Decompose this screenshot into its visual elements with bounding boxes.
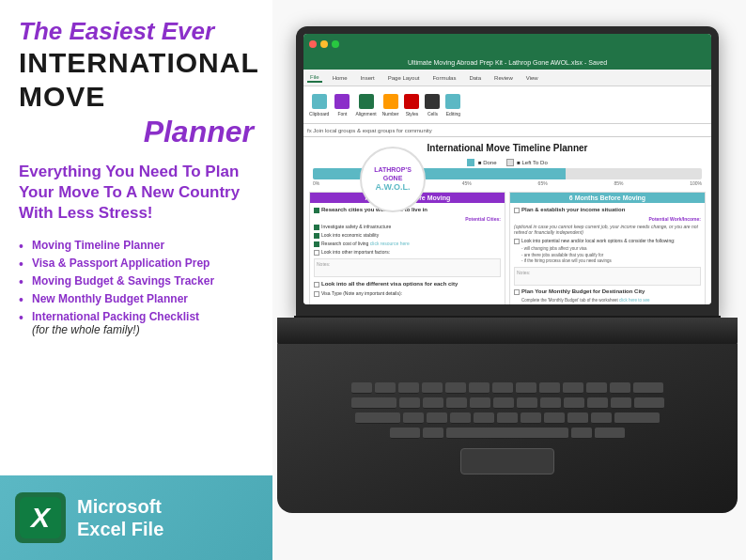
scale-45: 45%: [462, 180, 472, 186]
chk-3: [314, 233, 319, 239]
ribbon-tab-help[interactable]: View: [523, 74, 541, 82]
headline-easiest: The Easiest Ever: [19, 17, 214, 45]
excel-icon: X: [15, 492, 66, 543]
potential-cities-label: Potential Cities:: [314, 216, 501, 222]
scale-100: 100%: [690, 180, 702, 186]
scale-85: 85%: [614, 180, 623, 186]
key-b: [497, 412, 518, 424]
key-h: [517, 397, 537, 409]
minimize-btn: [320, 40, 328, 48]
col1-task-3: Look into economic stability: [321, 232, 379, 239]
key-tab: [351, 397, 396, 409]
ribbon-tab-formulas[interactable]: Page Layout: [385, 74, 423, 82]
key-g: [493, 397, 514, 409]
laptop-screen-bezel: Ultimate Moving Abroad Prep Kit - Lathro…: [296, 26, 719, 318]
sub-item-1: - will changing jobs affect your visa: [514, 246, 701, 252]
laptop-screen: Ultimate Moving Abroad Prep Kit - Lathro…: [303, 34, 711, 304]
ribbon-btn-1[interactable]: Clipboard: [309, 94, 329, 117]
key-n: [521, 412, 541, 424]
excel-title-bar: Ultimate Moving Abroad Prep Kit - Lathro…: [303, 54, 711, 70]
feature-1: Moving Timeline Planner: [19, 239, 254, 252]
key-j: [540, 397, 561, 409]
potential-work-label: Potential Work/Income:: [514, 216, 701, 222]
key-ctrl: [390, 428, 420, 439]
ribbon-tab-insert[interactable]: Home: [330, 74, 350, 82]
close-btn: [309, 40, 317, 48]
excel-ribbon-buttons: Clipboard Font Alignment Number: [303, 86, 711, 124]
ribbon-tab-home[interactable]: File: [307, 73, 322, 83]
key-row-3: [355, 412, 660, 424]
key-row-space: [390, 428, 625, 439]
ribbon-btn-2[interactable]: Font: [334, 94, 350, 117]
chk-4: [314, 241, 319, 247]
col2-item-1: Plan & establish your income situation: [514, 207, 701, 214]
keyboard-area: [277, 344, 738, 513]
ribbon-btn-7[interactable]: Editing: [445, 94, 460, 117]
excel-ribbon-tabs: File Home Insert Page Layout Formulas Da…: [303, 70, 711, 86]
key-alt: [423, 428, 443, 439]
col1-notes: Notes:: [314, 258, 501, 277]
keyboard: [277, 344, 738, 513]
key-r: [422, 382, 443, 394]
key-s: [423, 397, 443, 409]
tagline: Everything You Need To Plan Your Move To…: [19, 162, 254, 224]
col2-chk-3: [514, 289, 520, 295]
excel-file-label: Microsoft Excel File: [77, 495, 163, 540]
ribbon-tab-review[interactable]: Data: [466, 74, 484, 82]
ribbon-btn-5[interactable]: Styles: [404, 94, 419, 117]
col2-chk-1: [514, 208, 520, 213]
feature-4-label: New Monthly Budget Planner: [32, 292, 188, 305]
features-list: Moving Timeline Planner Visa & Passport …: [19, 239, 254, 341]
ribbon-btn-6[interactable]: Cells: [425, 94, 440, 117]
key-x: [427, 412, 447, 424]
key-d: [446, 397, 467, 409]
key-k: [564, 397, 584, 409]
col1-task-5: Look into other important factors:: [321, 249, 390, 256]
key-e: [398, 382, 419, 394]
key-ctrl-r: [595, 428, 625, 439]
key-shift-r: [614, 412, 660, 424]
key-p: [563, 382, 583, 394]
col2: 6 Months Before Moving Plan & establish …: [509, 192, 706, 304]
ribbon-tab-view[interactable]: Review: [491, 74, 516, 82]
chk-6: [314, 282, 319, 288]
feature-5-sub: (for the whole family!): [32, 323, 140, 336]
col2-chk-2: [514, 239, 520, 244]
key-semi: [611, 397, 631, 409]
legend-todo: ■ Left To Do: [506, 159, 548, 166]
key-alt-r: [571, 428, 592, 439]
ribbon-tab-layout[interactable]: Insert: [358, 74, 378, 82]
ribbon-btn-4[interactable]: Number: [382, 94, 399, 117]
timeline-columns: 7-12 Months Before Moving Research citie…: [303, 188, 711, 304]
ribbon-tab-data[interactable]: Formulas: [429, 74, 458, 82]
excel-content-area: LATHROP'SGONE A.W.O.L. International Mov…: [303, 137, 711, 304]
key-backspace: [633, 382, 663, 394]
col2-task-2: Look into potential new and/or local wor…: [521, 238, 675, 244]
col2-item-2: Look into potential new and/or local wor…: [514, 238, 701, 244]
excel-formula-bar[interactable]: fx Join local groups & expat groups for …: [303, 124, 711, 137]
key-a: [399, 397, 420, 409]
left-panel: The Easiest Ever INTERNATIONAL MOVE Plan…: [0, 0, 272, 560]
touchpad[interactable]: [460, 448, 554, 474]
key-comma: [567, 412, 588, 424]
col2-notes: Notes:: [514, 267, 701, 286]
excel-x-letter: X: [31, 502, 50, 534]
sub-item-2: - are there jobs available that you qual…: [514, 253, 701, 258]
key-m: [544, 412, 565, 424]
progress-bar-fill: [313, 168, 566, 179]
chk-1: [314, 208, 319, 213]
col2-note: (optional in case you cannot keep curren…: [514, 224, 701, 236]
feature-5: International Packing Checklist (for the…: [19, 310, 254, 336]
ribbon-btn-3[interactable]: Alignment: [355, 94, 376, 117]
key-q: [351, 382, 372, 394]
col1-task-4: Research cost of living click resource h…: [321, 241, 410, 247]
col2-task-3-sub: Complete the 'Monthly Budget' tab of the…: [514, 298, 701, 303]
key-bracket2: [610, 382, 630, 394]
headline-main: INTERNATIONAL MOVE: [19, 46, 254, 114]
col2-header: 6 Months Before Moving: [510, 193, 705, 203]
legend-done: ■ Done: [467, 159, 496, 166]
logo-text: LATHROP'SGONE A.W.O.L.: [374, 166, 412, 193]
headline-planner: Planner: [19, 114, 254, 149]
feature-4: New Monthly Budget Planner: [19, 292, 254, 305]
key-t: [445, 382, 466, 394]
